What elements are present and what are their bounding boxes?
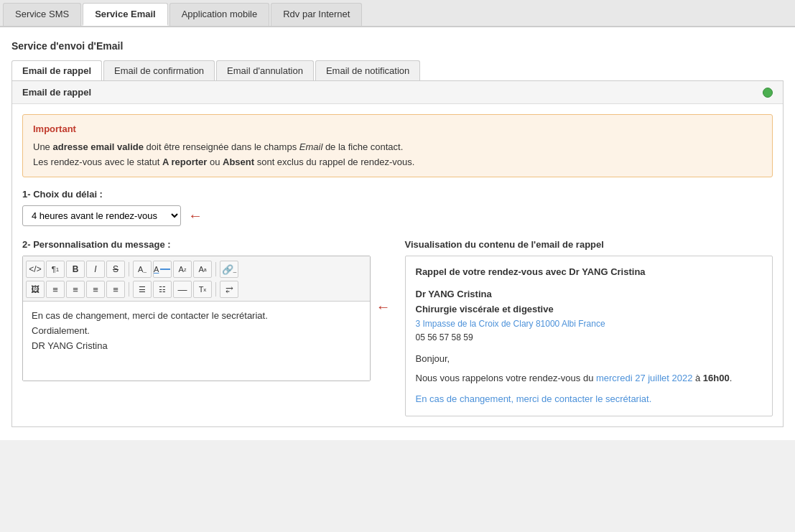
preview-greeting: Bonjour, [416,352,763,367]
top-tabs: Service SMS Service Email Application mo… [0,0,795,27]
tab-rdv[interactable]: Rdv par Internet [271,3,362,26]
two-col-layout: 2- Personnalisation du message : </> ¶1 … [22,239,773,416]
clear-format-btn[interactable]: Tx [193,281,212,298]
sep3 [129,282,129,297]
font-size-down-btn[interactable]: Aa [193,261,212,278]
italic-btn[interactable]: I [86,261,105,278]
toolbar-row-1: </> ¶1 B I S A_ A Az [26,259,367,279]
panel-title: Email de rappel [22,87,91,98]
font-size-up-btn[interactable]: Az [173,261,192,278]
list-ul-btn[interactable]: ☰ [133,281,152,298]
image-btn[interactable]: 🖼 [26,281,45,298]
preview-link-line: En cas de changement, merci de contacter… [416,392,763,407]
sep1 [129,262,129,276]
editor-body[interactable]: En cas de changement, merci de contacter… [23,302,370,381]
tab-mobile[interactable]: Application mobile [169,3,270,26]
main-content: Service d'envoi d'Email Email de rappel … [0,27,795,440]
preview-specialty: Chirurgie viscérale et digestive [416,302,763,317]
preview-doctor-name: Dr YANG Cristina [416,287,763,302]
tab-confirmation[interactable]: Email de confirmation [103,60,215,80]
strikethrough-btn[interactable]: S [106,261,125,278]
preview-label: Visualisation du contenu de l'email de r… [405,239,773,250]
align-right-btn[interactable]: ≡ [86,281,105,298]
tab-email[interactable]: Service Email [83,3,168,26]
preview-subject: Rappel de votre rendez-vous avec Dr YANG… [416,265,763,280]
tab-rappel[interactable]: Email de rappel [11,60,102,80]
link-btn[interactable]: 🔗_ [220,261,238,278]
arrow-icon: ← [188,207,203,224]
alert-title: Important [33,122,762,137]
sep4 [215,282,216,297]
email-rappel-panel: Email de rappel Important Une adresse em… [11,81,784,427]
align-left-btn[interactable]: ≡ [46,281,65,298]
alert-box: Important Une adresse email valide doit … [22,114,773,177]
bg-color-btn[interactable]: A [153,261,172,278]
preview-address: 3 Impasse de la Croix de Clary 81000 Alb… [416,317,763,331]
list-ol-btn[interactable]: ☷ [153,281,172,298]
editor-line2: Cordialement. [32,324,361,339]
toolbar-row-2: 🖼 ≡ ≡ ≡ ≡ ☰ ☷ — Tx [26,279,367,299]
panel-header: Email de rappel [12,81,783,104]
editor-line3: DR YANG Cristina [32,339,361,354]
paragraph-btn[interactable]: ¶1 [46,261,65,278]
left-col: 2- Personnalisation du message : </> ¶1 … [22,239,391,416]
preview-box: Rappel de votre rendez-vous avec Dr YANG… [405,256,773,416]
tab-notification[interactable]: Email de notification [315,60,420,80]
bold-btn[interactable]: B [66,261,85,278]
alert-line1: Une adresse email valide doit être rense… [33,140,762,155]
editor-wrap: </> ¶1 B I S A_ A Az [22,256,371,381]
preview-time: 16h00 [703,373,730,383]
message-label: 2- Personnalisation du message : [22,239,391,250]
delay-label: 1- Choix du délai : [22,189,773,200]
delay-select[interactable]: 4 heures avant le rendez-vous 1 heure av… [22,205,181,226]
preview-date: mercredi 27 juillet 2022 [596,373,695,383]
section-title: Service d'envoi d'Email [11,40,784,52]
preview-link[interactable]: En cas de changement, merci de contacter… [416,393,652,404]
panel-body: Important Une adresse email valide doit … [12,104,783,426]
align-center-btn[interactable]: ≡ [66,281,85,298]
fullscreen-btn[interactable]: ⥂ [220,281,238,298]
preview-phone: 05 56 57 58 59 [416,331,763,345]
hr-btn[interactable]: — [173,281,192,298]
editor-line1: En cas de changement, merci de contacter… [32,309,361,324]
tab-sms[interactable]: Service SMS [3,3,81,26]
editor-toolbar: </> ¶1 B I S A_ A Az [23,256,370,302]
message-row: </> ¶1 B I S A_ A Az [22,256,391,381]
editor-arrow-icon: ← [376,299,391,315]
inner-tabs: Email de rappel Email de confirmation Em… [11,60,784,81]
sep2 [215,262,216,276]
right-col: Visualisation du contenu de l'email de r… [405,239,773,416]
code-btn[interactable]: </> [26,261,45,278]
status-dot [763,88,773,98]
delay-row: 4 heures avant le rendez-vous 1 heure av… [22,205,773,226]
editor-container: </> ¶1 B I S A_ A Az [22,256,371,381]
preview-body: Nous vous rappelons votre rendez-vous du… [416,371,763,386]
tab-annulation[interactable]: Email d'annulation [216,60,314,80]
align-justify-btn[interactable]: ≡ [106,281,125,298]
font-color-btn[interactable]: A_ [133,261,152,278]
alert-line2: Les rendez-vous avec le statut A reporte… [33,155,762,170]
